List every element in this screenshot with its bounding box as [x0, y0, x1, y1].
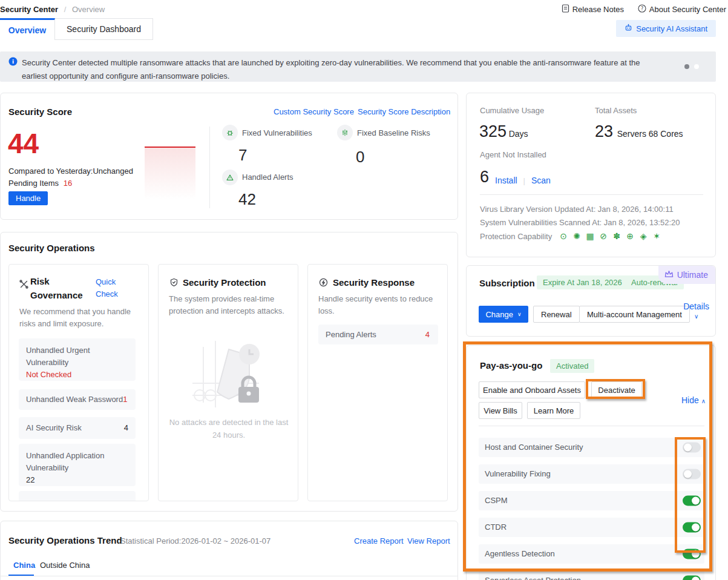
toggle-row-serverless-asset-protection: Serverless Asset Protection	[479, 571, 704, 580]
quick-check-link[interactable]: Quick Check	[96, 276, 126, 300]
question-circle-icon: ?	[638, 4, 646, 15]
baseline-check-icon[interactable]: ⊘	[597, 231, 610, 241]
breadcrumb-root[interactable]: Security Center	[0, 5, 58, 14]
alert-triangle-icon	[222, 170, 238, 185]
banner-dot-active[interactable]	[684, 64, 689, 69]
total-assets-unit: Servers 68 Cores	[617, 129, 683, 139]
install-scan-divider: |	[523, 176, 525, 185]
network-protection-icon[interactable]: ▦	[583, 231, 597, 241]
details-link[interactable]: Details ∨	[683, 302, 709, 320]
toggle-row-cspm: CSPM	[479, 491, 704, 510]
banner-text: Security Center detected multiple ransom…	[22, 56, 662, 83]
about-security-center-link[interactable]: ? About Security Center	[638, 4, 726, 15]
risk-item-weak-password[interactable]: Unhandled Weak Password1	[19, 389, 136, 410]
security-center-page: Security Center / Overview Release Notes…	[0, 0, 728, 580]
security-protection-card: Security Protection The system provides …	[158, 264, 298, 501]
cumulative-usage-unit: Days	[509, 129, 528, 139]
svg-text:i: i	[12, 59, 14, 65]
fixed-vulnerabilities-label: Fixed Vulnerabilities	[242, 128, 312, 137]
tools-icon	[19, 279, 29, 291]
multi-account-management-button[interactable]: Multi-account Management	[579, 306, 690, 323]
attack-analysis-icon[interactable]: ✶	[650, 231, 663, 241]
custom-security-score-link[interactable]: Custom Security Score	[274, 107, 354, 116]
info-icon: i	[8, 57, 18, 68]
ctdr-toggle[interactable]	[683, 522, 701, 533]
ai-assistant-icon	[625, 24, 632, 33]
vulnerability-scan-icon[interactable]: ⊕	[623, 231, 637, 241]
toggle-row-vulnerability-fixing: Vulnerability Fixing	[479, 464, 704, 484]
cumulative-usage-value: 325	[479, 122, 507, 140]
breadcrumb-current: Overview	[72, 5, 105, 14]
risk-item-ai-security[interactable]: AI Security Risk 4	[19, 417, 136, 439]
toggle-row-ctdr: CTDR	[479, 518, 704, 537]
toggle-row-host-container-security: Host and Container Security	[479, 438, 704, 457]
document-icon	[562, 4, 569, 15]
risk-governance-desc: We recommend that you handle risks and l…	[19, 306, 140, 330]
learn-more-button[interactable]: Learn More	[527, 402, 580, 419]
ultimate-badge: Ultimate	[658, 266, 715, 284]
fixed-baseline-risks-value: 0	[356, 148, 364, 166]
security-score-value: 44	[8, 130, 39, 157]
host-container-security-toggle[interactable]	[683, 443, 701, 453]
shield-check-icon	[169, 277, 179, 289]
usage-divider	[480, 194, 703, 195]
security-response-title: Security Response	[333, 277, 415, 288]
serverless-asset-protection-toggle[interactable]	[683, 576, 701, 580]
threat-detection-icon[interactable]: ✺	[570, 231, 583, 241]
security-operations-card: Security Operations Risk Governance Quic…	[0, 232, 458, 512]
view-bills-button[interactable]: View Bills	[479, 402, 522, 419]
security-ai-assistant-button[interactable]: Security AI Assistant	[616, 20, 716, 37]
ultimate-icon	[664, 270, 674, 280]
cspm-toggle[interactable]	[683, 496, 701, 506]
tab-overview[interactable]: Overview	[0, 18, 55, 40]
scan-link[interactable]: Scan	[531, 176, 551, 185]
notice-banner: i Security Center detected multiple rans…	[0, 51, 716, 82]
trend-tabs-divider	[1, 576, 457, 576]
pay-as-you-go-card: Pay-as-you-go Activated Enable and Onboa…	[466, 345, 716, 580]
bug-icon	[222, 125, 238, 140]
enable-onboard-assets-button[interactable]: Enable and Onboard Assets	[479, 381, 585, 398]
install-link[interactable]: Install	[495, 176, 517, 185]
toggle-row-agentless-detection: Agentless Detection	[479, 544, 704, 564]
hide-link[interactable]: Hide ∧	[681, 395, 706, 405]
security-protection-title: Security Protection	[183, 277, 266, 288]
baseline-icon	[337, 125, 353, 140]
handle-button[interactable]: Handle	[8, 191, 48, 205]
security-score-title: Security Score	[8, 107, 72, 117]
risk-item-urgent-vulnerability[interactable]: Unhandled Urgent Vulnerability Not Check…	[19, 338, 136, 381]
fixed-baseline-risks-label: Fixed Baseline Risks	[357, 128, 430, 137]
security-score-description-link[interactable]: Security Score Description	[358, 107, 450, 116]
release-notes-link[interactable]: Release Notes	[562, 4, 624, 15]
protection-illustration	[186, 336, 271, 415]
banner-dot-inactive[interactable]	[694, 64, 699, 69]
breadcrumb-separator: /	[64, 5, 67, 14]
subscription-title: Subscription	[479, 278, 535, 288]
handled-alerts-label: Handled Alerts	[242, 173, 293, 182]
agentless-detection-toggle[interactable]	[683, 549, 701, 559]
anti-ransomware-icon[interactable]: ✽	[610, 231, 623, 241]
view-report-link[interactable]: View Report	[407, 536, 450, 545]
score-stats-divider	[209, 127, 210, 208]
pending-alerts-item[interactable]: Pending Alerts 4	[318, 325, 438, 344]
breadcrumb: Security Center / Overview	[0, 5, 105, 14]
svg-text:?: ?	[641, 6, 643, 12]
vulnerability-fixing-toggle[interactable]	[683, 469, 701, 479]
payg-title: Pay-as-you-go	[480, 360, 542, 371]
trend-tab-china[interactable]: China	[13, 561, 35, 570]
change-button[interactable]: Change∨	[479, 306, 528, 323]
lightning-circle-icon	[318, 277, 329, 289]
container-security-icon[interactable]: ◈	[637, 231, 650, 241]
score-trend-chart	[145, 147, 195, 199]
trend-tab-outside-china[interactable]: Outside China	[40, 561, 90, 570]
renewal-button[interactable]: Renewal	[533, 306, 580, 323]
anti-virus-icon[interactable]: ⊙	[557, 231, 570, 241]
create-report-link[interactable]: Create Report	[354, 536, 404, 545]
deactivate-button[interactable]: Deactivate	[591, 381, 642, 398]
tab-security-dashboard[interactable]: Security Dashboard	[55, 18, 153, 40]
total-assets-value: 23	[595, 122, 613, 140]
agent-not-installed-label: Agent Not Installed	[480, 150, 546, 159]
virus-library-updated: Virus Library Version Updated At: Jan 8,…	[480, 205, 674, 214]
risk-item-application-vulnerability[interactable]: Unhandled Application Vulnerability 22	[19, 444, 136, 486]
agent-not-installed-value: 6	[480, 169, 489, 185]
activated-badge: Activated	[550, 359, 594, 373]
